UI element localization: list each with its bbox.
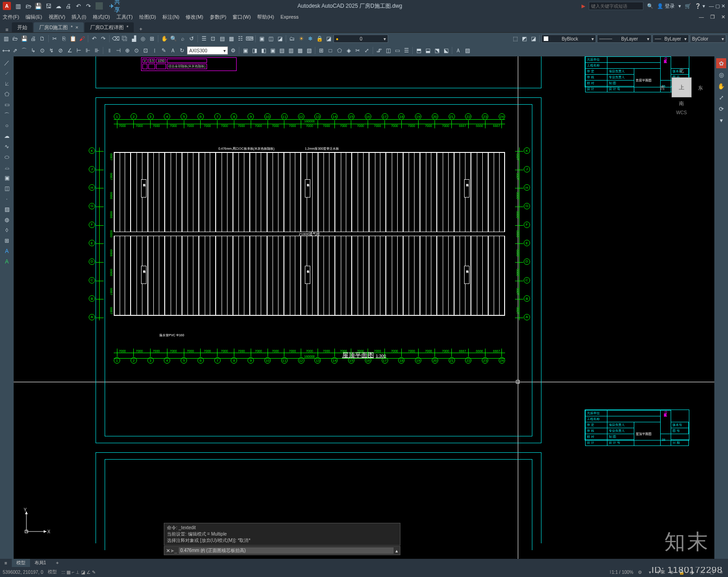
model-paper-toggle[interactable]: 模型: [48, 569, 57, 575]
close-button[interactable]: ✕: [721, 3, 725, 9]
vp-poly-icon[interactable]: ⬠: [335, 46, 344, 55]
app-logo[interactable]: A: [3, 2, 11, 10]
menu-draw[interactable]: 绘图(D): [139, 14, 156, 20]
table-icon[interactable]: ⊞: [2, 236, 11, 245]
centermark-icon[interactable]: ⊙: [132, 46, 141, 55]
scale-readout[interactable]: ⟟ 1:1 / 100%: [610, 568, 633, 576]
order-above-icon[interactable]: ⬔: [433, 46, 441, 55]
coordinates-readout[interactable]: 5396002, 210197, 0: [3, 570, 43, 575]
viewcube-face[interactable]: 上: [672, 77, 692, 97]
plot-icon[interactable]: 🖨: [65, 2, 72, 10]
layerlock-icon[interactable]: 🔒: [315, 35, 324, 43]
ellipse-icon[interactable]: ⬭: [2, 152, 11, 162]
dimstyle-dropdown[interactable]: AXIS300▾: [187, 46, 228, 55]
array-icon[interactable]: ⊞: [148, 35, 156, 43]
rec-icon[interactable]: ▶: [581, 3, 585, 9]
mirror-icon[interactable]: ▟: [130, 35, 138, 43]
dim-linear-icon[interactable]: ⟷: [2, 46, 10, 55]
zoom-icon[interactable]: 🔍: [169, 35, 177, 43]
menu-file[interactable]: 文件(F): [3, 14, 19, 20]
tab-list-icon[interactable]: ≡: [3, 27, 11, 32]
undo-icon[interactable]: ↶: [75, 2, 82, 10]
viewcube-west[interactable]: 西: [660, 85, 665, 91]
layercolor-icon[interactable]: ◪: [324, 35, 333, 43]
layout-tabs-menu-icon[interactable]: ≡: [0, 559, 12, 567]
dimedit-icon[interactable]: ✎: [160, 46, 168, 55]
new-tab-button[interactable]: ＋: [135, 25, 147, 32]
command-input-row[interactable]: ✕ ➤_ 0.476mm 的 (正面图核芯板抬高) ▴: [164, 546, 400, 555]
ref-attach-icon[interactable]: 🖇: [375, 46, 383, 55]
menu-dimension[interactable]: 标注(N): [162, 14, 179, 20]
orbit-icon[interactable]: ⟳: [716, 104, 726, 114]
ref-frame-icon[interactable]: ▭: [393, 46, 401, 55]
toolpalette-icon[interactable]: ▤: [218, 35, 226, 43]
drafting-settings-icons[interactable]: ::: ▦ ⌐ ⊥ ◪ ∠ ✎: [61, 570, 96, 575]
dim-space-icon[interactable]: ⫴: [105, 46, 113, 55]
autodesk-app-icon[interactable]: ▾: [678, 3, 681, 9]
rectangle-icon[interactable]: ▭: [2, 100, 11, 109]
designcenter-icon[interactable]: ⊡: [209, 35, 217, 43]
minimize-button[interactable]: —: [709, 3, 714, 9]
block-icon[interactable]: ◫: [2, 184, 11, 193]
plotstyle-dropdown[interactable]: ByColor▾: [690, 35, 726, 43]
jogline-icon[interactable]: ⫶: [151, 46, 159, 55]
close-nav-icon[interactable]: ✿: [716, 58, 726, 68]
dimupdate-icon[interactable]: ↻: [178, 46, 186, 55]
layerfreeze-icon[interactable]: ❄: [306, 35, 314, 43]
ref-mgr-icon[interactable]: ☰: [402, 46, 410, 55]
help-search-input[interactable]: [589, 2, 643, 10]
m4-icon[interactable]: ▦: [296, 46, 304, 55]
dim-quick-icon[interactable]: ⊢: [75, 46, 83, 55]
pan-icon[interactable]: ✋: [160, 35, 168, 43]
menu-modify[interactable]: 修改(M): [186, 14, 203, 20]
doc-minimize-button[interactable]: —: [699, 14, 704, 20]
command-window[interactable]: 命令: _textedit 当前设置: 编辑模式 = Multiple 选择注释…: [164, 523, 400, 555]
viewcube-wcs[interactable]: WCS: [676, 110, 687, 115]
login-button[interactable]: 👤 登录: [657, 3, 675, 10]
dimstylemgr-icon[interactable]: ⚙: [229, 46, 237, 55]
zoomprev-icon[interactable]: ↺: [187, 35, 196, 43]
dim-aligned-icon[interactable]: ⇗: [11, 46, 19, 55]
addselected-icon[interactable]: A: [2, 257, 11, 266]
paste-icon[interactable]: 📋: [69, 35, 77, 43]
polygon-icon[interactable]: ⬠: [2, 90, 11, 99]
refclose-icon[interactable]: ◨: [250, 46, 258, 55]
hatch-back-icon[interactable]: ▨: [463, 46, 471, 55]
refedit-icon[interactable]: ▣: [241, 46, 249, 55]
showmotion-icon[interactable]: ▾: [716, 115, 726, 125]
cmd-menu-icon[interactable]: ▴: [395, 548, 398, 554]
menu-help[interactable]: 帮助(H): [257, 14, 274, 20]
tab-drawing-2[interactable]: 厂房D工程详图*: [85, 22, 134, 32]
search-icon[interactable]: 🔍: [647, 3, 653, 9]
save-icon[interactable]: 💾: [35, 2, 42, 10]
layeriso-icon[interactable]: ◩: [520, 35, 528, 43]
text-front-icon[interactable]: Ａ: [454, 46, 462, 55]
customize-icon[interactable]: ≡: [718, 568, 725, 576]
dim-radius-icon[interactable]: ⊙: [38, 46, 46, 55]
new-layout-button[interactable]: ＋: [51, 559, 64, 567]
workspace-icon[interactable]: ⊕: [668, 568, 675, 576]
menu-tools[interactable]: 工具(T): [116, 14, 133, 20]
m3-icon[interactable]: ▥: [287, 46, 295, 55]
opencloud-icon[interactable]: ☁: [55, 2, 62, 10]
order-back-icon[interactable]: ⬓: [424, 46, 432, 55]
inspect-icon[interactable]: ⊡: [142, 46, 150, 55]
saveas-icon[interactable]: 🖫: [45, 2, 52, 10]
view-cube[interactable]: 北 南 东 西 上 WCS: [660, 66, 703, 109]
pline-icon[interactable]: ⟀: [2, 79, 11, 88]
region-icon[interactable]: ◊: [2, 226, 11, 235]
refset-icon[interactable]: ◧: [259, 46, 268, 55]
dim-arc-icon[interactable]: ⌒: [20, 46, 28, 55]
erase-icon[interactable]: ⌫: [111, 35, 120, 43]
viewcube-south[interactable]: 南: [679, 100, 684, 107]
open-icon[interactable]: 🗁: [11, 35, 19, 43]
maximize-button[interactable]: ▢: [715, 3, 720, 9]
dim-baseline-icon[interactable]: ⊩: [84, 46, 92, 55]
zoom-extents-icon[interactable]: ⤢: [716, 92, 726, 102]
layeruniso-icon[interactable]: ◪: [529, 35, 537, 43]
layout1-tab[interactable]: 布局1: [30, 559, 51, 567]
doc-restore-button[interactable]: ❐: [710, 14, 715, 20]
lineweight-dropdown[interactable]: ──ByLayer▾: [652, 35, 689, 43]
menu-view[interactable]: 视图(V): [49, 14, 66, 20]
dim-continue-icon[interactable]: ⊪: [93, 46, 101, 55]
